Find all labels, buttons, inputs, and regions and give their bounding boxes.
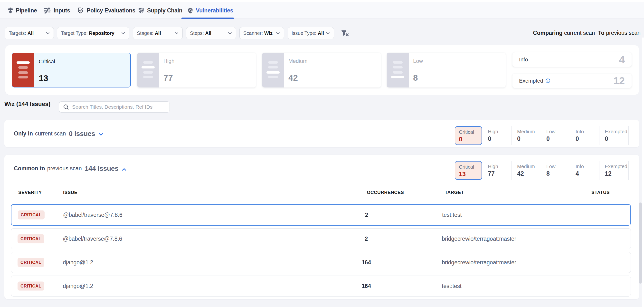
content-area: Targets: All Target Type: Repository Sta…: [0, 19, 644, 307]
pill-high[interactable]: High 77: [482, 161, 512, 180]
tab-pipeline[interactable]: Pipeline: [8, 2, 37, 19]
pill-medium[interactable]: Medium 42: [512, 161, 541, 180]
issue-row[interactable]: CRITICAL django@1.2 164 bridgecrewio/ter…: [11, 252, 631, 273]
vulnerabilities-shield-icon: [188, 8, 193, 14]
severity-level-icon: [12, 53, 34, 87]
chevron-down-icon[interactable]: [99, 133, 103, 136]
severity-card-high[interactable]: High 77: [137, 53, 256, 88]
section-issue-count[interactable]: 144 Issues: [85, 165, 118, 172]
pill-label: Info: [576, 164, 599, 169]
filter-target-type[interactable]: Target Type: Repository: [57, 27, 129, 39]
severity-summary-panel: Critical 13 High 77 Medium 42: [5, 45, 639, 95]
severity-card-count: 42: [288, 73, 298, 82]
top-tab-bar: Pipeline I: [0, 2, 644, 19]
tab-label: Policy Evaluations: [87, 7, 136, 14]
chevron-down-icon: [46, 32, 50, 34]
filter-label: Target Type:: [61, 30, 88, 36]
pill-label: Critical: [459, 129, 482, 135]
filter-value: All: [155, 30, 161, 36]
section-issue-count[interactable]: 0 Issues: [69, 130, 95, 138]
severity-card-label: Low: [413, 58, 423, 64]
page-right-gutter: [642, 38, 644, 307]
issue-row[interactable]: CRITICAL @babel/traverse@7.8.6 2 bridgec…: [11, 228, 631, 249]
issue-name: @babel/traverse@7.8.6: [63, 236, 122, 242]
filter-text: Target Type: Repository: [61, 30, 114, 36]
pill-high[interactable]: High 0: [482, 126, 512, 145]
pill-value: 13: [459, 170, 482, 178]
pill-value: 8: [546, 170, 570, 177]
issue-target: bridgecrewio/terragoat:master: [442, 236, 516, 242]
pill-value: 0: [546, 135, 570, 142]
issue-row[interactable]: CRITICAL @babel/traverse@7.8.6 2 test:te…: [11, 204, 631, 226]
filter-label: Steps:: [190, 30, 204, 36]
pill-medium[interactable]: Medium 0: [512, 126, 541, 145]
common-to-previous-scan-section: Common to previous scan 144 Issues Criti…: [4, 155, 639, 299]
search-input[interactable]: [72, 104, 166, 110]
exempted-card[interactable]: Exempted 12: [512, 74, 632, 88]
issue-row[interactable]: CRITICAL django@1.2 164 test:test: [11, 276, 631, 296]
pill-label: Low: [546, 129, 570, 134]
column-header-issue: ISSUE: [63, 190, 78, 195]
severity-level-icon: [262, 53, 284, 88]
filter-issue-type[interactable]: Issue Type: All: [288, 27, 334, 39]
pill-critical[interactable]: Critical 13: [455, 161, 482, 180]
severity-card-low[interactable]: Low 8: [387, 53, 506, 88]
pill-label: Exempted: [605, 164, 628, 169]
section-title-bold: Common to: [14, 165, 45, 172]
filter-label: Stages:: [137, 30, 154, 36]
filter-scanner[interactable]: Scanner: Wiz: [240, 27, 284, 39]
tab-inputs[interactable]: Inputs: [44, 2, 70, 19]
severity-level-icon: [137, 53, 159, 88]
issue-name: @babel/traverse@7.8.6: [63, 212, 122, 218]
severity-pill-row: Critical 0 High 0 Medium 0 Low 0 Info: [455, 126, 629, 145]
clear-filters-icon[interactable]: [341, 30, 349, 36]
issue-target: bridgecrewio/terragoat:master: [442, 259, 516, 266]
filter-label: Targets:: [9, 30, 26, 36]
info-circle-icon[interactable]: [546, 78, 550, 83]
severity-card-critical[interactable]: Critical 13: [12, 53, 131, 88]
column-header-status: STATUS: [592, 190, 610, 195]
severity-badge: CRITICAL: [18, 234, 44, 244]
tab-label: Pipeline: [16, 7, 37, 14]
pill-exempted[interactable]: Exempted 0: [600, 126, 629, 145]
chevron-up-icon[interactable]: [122, 168, 126, 171]
pill-info[interactable]: Info 4: [570, 161, 600, 180]
filter-text: Issue Type: All: [292, 30, 324, 36]
severity-badge: CRITICAL: [18, 258, 44, 267]
filter-label: Scanner:: [243, 30, 263, 36]
pill-critical[interactable]: Critical 0: [455, 126, 482, 145]
tab-supply-chain[interactable]: Supply Chain: [138, 2, 182, 19]
filter-targets[interactable]: Targets: All: [5, 27, 54, 39]
tab-policy-evaluations[interactable]: Policy Evaluations: [77, 2, 136, 19]
only-in-current-scan-section: Only in current scan 0 Issues Critical 0…: [4, 120, 639, 148]
filter-text: Steps: All: [190, 30, 212, 36]
pill-low[interactable]: Low 0: [541, 126, 570, 145]
compare-scans-text: Comparing current scan To previous scan: [533, 30, 640, 36]
severity-card-medium[interactable]: Medium 42: [262, 53, 381, 88]
pill-label: Info: [576, 129, 599, 134]
filter-steps[interactable]: Steps: All: [186, 27, 236, 39]
issues-table-header: SEVERITY ISSUE OCCURRENCES TARGET STATUS: [4, 190, 639, 197]
filter-text: Targets: All: [9, 30, 34, 36]
issue-occurrences: 164: [344, 283, 388, 290]
severity-level-icon: [387, 53, 409, 88]
pill-value: 0: [576, 135, 599, 142]
tab-label: Supply Chain: [147, 7, 182, 14]
scrollbar-thumb[interactable]: [639, 202, 642, 284]
tab-vulnerabilities[interactable]: Vulnerabilities: [188, 2, 233, 19]
pill-low[interactable]: Low 8: [541, 161, 570, 180]
pill-info[interactable]: Info 0: [570, 126, 600, 145]
column-header-occurrences: OCCURRENCES: [367, 190, 404, 195]
info-card[interactable]: Info 4: [512, 52, 632, 67]
exempted-label-text: Exempted: [519, 78, 543, 84]
column-header-severity: SEVERITY: [18, 190, 42, 195]
severity-card-label: Critical: [39, 58, 55, 65]
filter-value: Repository: [89, 30, 114, 36]
issue-name: django@1.2: [63, 259, 93, 266]
chevron-down-icon: [228, 32, 232, 34]
filter-stages[interactable]: Stages: All: [133, 27, 183, 39]
pill-value: 77: [488, 170, 512, 177]
exempted-card-label: Exempted: [519, 78, 550, 84]
search-box: [59, 101, 170, 112]
pill-exempted[interactable]: Exempted 12: [600, 161, 629, 180]
